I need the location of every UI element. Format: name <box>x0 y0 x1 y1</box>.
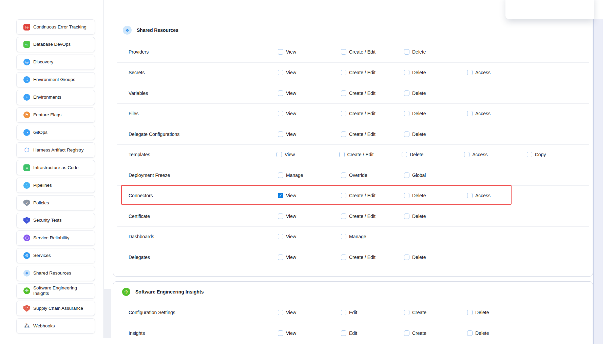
delegates-create-edit-checkbox[interactable] <box>341 255 346 260</box>
certificate-create-edit-checkbox[interactable] <box>341 214 346 219</box>
sidebar-item-harness-artifact-registry[interactable]: ⬡Harness Artifact Registry <box>16 142 95 158</box>
sidebar-item-feature-flags[interactable]: ⚑Feature Flags <box>16 107 95 123</box>
insights-delete-checkbox[interactable] <box>467 330 473 336</box>
variables-delete-checkbox[interactable] <box>404 90 409 96</box>
files-access-checkbox[interactable] <box>467 111 473 116</box>
sidebar-item-label: Policies <box>33 200 49 206</box>
content-scrollbar-thumb[interactable] <box>104 289 111 338</box>
files-create-edit-checkbox[interactable] <box>341 111 346 116</box>
checkbox-label: View <box>286 255 296 260</box>
checkbox-label: View <box>286 310 296 315</box>
checkbox-label: Global <box>412 173 426 178</box>
templates-access-checkbox[interactable] <box>464 152 469 157</box>
sidebar-item-webhooks[interactable]: ⁂Webhooks <box>16 318 95 333</box>
configuration-settings-create-checkbox[interactable] <box>404 310 409 315</box>
connectors-view-checkbox[interactable]: ✓ <box>278 193 283 198</box>
sidebar-item-policies[interactable]: ✓Policies <box>16 195 95 210</box>
sidebar-item-label: Pipelines <box>33 183 52 188</box>
templates-delete-checkbox[interactable] <box>402 152 407 157</box>
providers-create-edit-checkbox[interactable] <box>341 49 346 55</box>
dashboards-manage-checkbox[interactable] <box>341 234 346 239</box>
dashboards-view-checkbox[interactable] <box>278 234 283 239</box>
connectors-create-edit-checkbox[interactable] <box>341 193 346 198</box>
delegate-configurations-view-checkbox[interactable] <box>278 132 283 137</box>
sidebar-item-services[interactable]: ⊚Services <box>16 248 95 263</box>
templates-view-checkbox[interactable] <box>276 152 282 157</box>
sidebar-item-continuous-error-tracking[interactable]: ◎Continuous Error Tracking <box>16 19 95 35</box>
configuration-settings-delete-checkbox[interactable] <box>467 310 473 315</box>
configuration-settings-edit-checkbox[interactable] <box>341 310 346 315</box>
secrets-delete-checkbox[interactable] <box>404 70 409 75</box>
checkbox-label: Create / Edit <box>347 152 374 157</box>
certificate-view-checkbox[interactable] <box>278 214 283 219</box>
sidebar-item-environments[interactable]: ≈Environments <box>16 90 95 105</box>
secrets-view-checkbox[interactable] <box>278 70 283 75</box>
insights-create-checkbox[interactable] <box>404 330 409 336</box>
permission-certificate-view: View <box>278 214 341 219</box>
connectors-delete-checkbox[interactable] <box>404 193 409 198</box>
sidebar-item-supply-chain-assurance[interactable]: ∵Supply Chain Assurance <box>16 301 95 316</box>
permission-connectors-view: ✓View <box>278 193 341 198</box>
page-scrollbar-thumb[interactable] <box>594 19 603 344</box>
secrets-access-checkbox[interactable] <box>467 70 473 75</box>
sidebar-item-database-devops[interactable]: ∞Database DevOps <box>16 37 95 52</box>
feature-flags-icon: ⚑ <box>23 112 30 118</box>
sidebar-item-label: GitOps <box>33 130 47 135</box>
resource-label: Connectors <box>129 193 278 198</box>
sidebar-item-label: Infrastructure as Code <box>33 165 79 170</box>
sidebar-item-pipelines[interactable]: ∴Pipelines <box>16 178 95 193</box>
deployment-freeze-global-checkbox[interactable] <box>404 173 409 178</box>
content-scrollbar-track[interactable] <box>103 0 111 338</box>
providers-view-checkbox[interactable] <box>278 49 283 55</box>
sidebar-item-gitops[interactable]: ◔GitOps <box>16 125 95 140</box>
variables-create-edit-checkbox[interactable] <box>341 90 346 96</box>
sidebar-item-environment-groups[interactable]: ∷Environment Groups <box>16 72 95 87</box>
deployment-freeze-manage-checkbox[interactable] <box>278 173 283 178</box>
insights-edit-checkbox[interactable] <box>341 330 346 336</box>
permission-insights-view: View <box>278 330 341 336</box>
sidebar-item-service-reliability[interactable]: ◷Service Reliability <box>16 230 95 246</box>
delegate-configurations-delete-checkbox[interactable] <box>404 132 409 137</box>
templates-copy-checkbox[interactable] <box>527 152 532 157</box>
checkbox-label: View <box>286 234 296 239</box>
sidebar-item-label: Continuous Error Tracking <box>33 24 87 30</box>
sei-icon: ✣ <box>23 287 30 294</box>
resource-label: Variables <box>129 90 278 96</box>
permission-configuration-settings-create: Create <box>404 310 467 315</box>
files-delete-checkbox[interactable] <box>404 111 409 116</box>
permission-delegate-configurations-delete: Delete <box>404 132 467 137</box>
database-devops-icon: ∞ <box>23 41 30 48</box>
sidebar-item-discovery[interactable]: ◎Discovery <box>16 55 95 70</box>
connectors-access-checkbox[interactable] <box>467 193 473 198</box>
checkbox-label: Delete <box>412 132 426 137</box>
resource-label: Insights <box>129 330 278 336</box>
insights-view-checkbox[interactable] <box>278 330 283 336</box>
resource-label: Secrets <box>129 70 278 75</box>
permission-providers-delete: Delete <box>404 49 467 55</box>
delegates-delete-checkbox[interactable] <box>404 255 409 260</box>
permissions-table: ProvidersViewCreate / EditDeleteSecretsV… <box>117 42 589 267</box>
checkbox-label: View <box>286 70 296 75</box>
delegate-configurations-create-edit-checkbox[interactable] <box>341 132 346 137</box>
sidebar-item-infrastructure-as-code[interactable]: ≡Infrastructure as Code <box>16 160 95 175</box>
page-scrollbar-track[interactable] <box>593 19 603 344</box>
files-view-checkbox[interactable] <box>278 111 283 116</box>
section-title: Software Engineering Insights <box>135 289 204 295</box>
permission-templates-view: View <box>276 152 339 157</box>
delegates-view-checkbox[interactable] <box>278 255 283 260</box>
templates-create-edit-checkbox[interactable] <box>339 152 345 157</box>
permission-configuration-settings-delete: Delete <box>467 310 530 315</box>
configuration-settings-view-checkbox[interactable] <box>278 310 283 315</box>
infrastructure-as-code-icon: ≡ <box>23 164 30 171</box>
sidebar-item-label: Feature Flags <box>33 112 61 118</box>
certificate-delete-checkbox[interactable] <box>404 214 409 219</box>
resource-label: Dashboards <box>129 234 278 239</box>
variables-view-checkbox[interactable] <box>278 90 283 96</box>
secrets-create-edit-checkbox[interactable] <box>341 70 346 75</box>
providers-delete-checkbox[interactable] <box>404 49 409 55</box>
permission-secrets-view: View <box>278 70 341 75</box>
sidebar-item-security-tests[interactable]: ○Security Tests <box>16 213 95 228</box>
sidebar-item-software-engineering-insights[interactable]: ✣Software Engineering Insights <box>16 283 95 299</box>
deployment-freeze-override-checkbox[interactable] <box>341 173 346 178</box>
sidebar-item-shared-resources[interactable]: ❖Shared Resources <box>16 266 95 281</box>
